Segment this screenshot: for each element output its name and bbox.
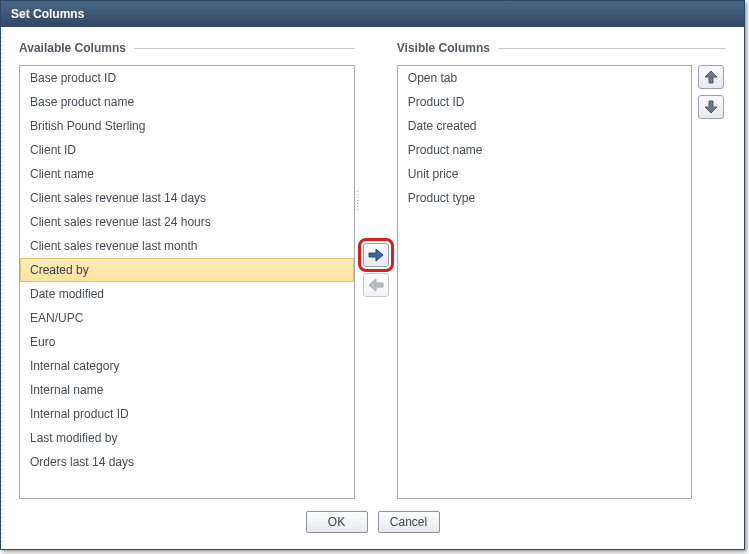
- list-item[interactable]: Date modified: [20, 282, 354, 306]
- list-item[interactable]: Product type: [398, 186, 691, 210]
- transfer-controls: [355, 41, 397, 499]
- list-item[interactable]: Open tab: [398, 66, 691, 90]
- list-item[interactable]: Internal product ID: [20, 402, 354, 426]
- arrow-right-icon: [368, 248, 384, 262]
- move-up-button[interactable]: [698, 65, 724, 89]
- divider: [498, 48, 726, 49]
- left-resize-handle[interactable]: [1, 29, 4, 545]
- set-columns-dialog: Set Columns Available Columns Base produ…: [0, 0, 745, 550]
- list-item[interactable]: Client name: [20, 162, 354, 186]
- ok-button[interactable]: OK: [306, 511, 368, 533]
- available-columns-section: Available Columns Base product IDBase pr…: [19, 41, 355, 499]
- dialog-titlebar: Set Columns: [1, 1, 744, 27]
- dialog-body: Available Columns Base product IDBase pr…: [1, 27, 744, 549]
- visible-columns-section: Visible Columns Open tabProduct IDDate c…: [397, 41, 726, 499]
- list-item[interactable]: Base product name: [20, 90, 354, 114]
- list-item[interactable]: Created by: [20, 258, 354, 282]
- add-column-button[interactable]: [363, 243, 389, 267]
- remove-column-button[interactable]: [363, 273, 389, 297]
- dialog-footer: OK Cancel: [19, 499, 726, 539]
- reorder-controls: [698, 65, 726, 499]
- move-down-button[interactable]: [698, 95, 724, 119]
- list-item[interactable]: Base product ID: [20, 66, 354, 90]
- list-item[interactable]: Orders last 14 days: [20, 450, 354, 474]
- list-item[interactable]: Last modified by: [20, 426, 354, 450]
- list-item[interactable]: Unit price: [398, 162, 691, 186]
- list-item[interactable]: Euro: [20, 330, 354, 354]
- list-item[interactable]: Client ID: [20, 138, 354, 162]
- list-item[interactable]: Date created: [398, 114, 691, 138]
- cancel-button[interactable]: Cancel: [378, 511, 440, 533]
- arrow-up-icon: [704, 70, 718, 84]
- divider: [134, 48, 355, 49]
- list-item[interactable]: British Pound Sterling: [20, 114, 354, 138]
- available-columns-legend: Available Columns: [19, 41, 126, 55]
- list-item[interactable]: Product ID: [398, 90, 691, 114]
- visible-columns-list[interactable]: Open tabProduct IDDate createdProduct na…: [398, 66, 691, 498]
- list-item[interactable]: Client sales revenue last month: [20, 234, 354, 258]
- visible-columns-legend: Visible Columns: [397, 41, 490, 55]
- splitter-handle[interactable]: [353, 190, 359, 212]
- list-item[interactable]: EAN/UPC: [20, 306, 354, 330]
- list-item[interactable]: Product name: [398, 138, 691, 162]
- list-item[interactable]: Internal category: [20, 354, 354, 378]
- list-item[interactable]: Client sales revenue last 24 hours: [20, 210, 354, 234]
- list-item[interactable]: Internal name: [20, 378, 354, 402]
- arrow-left-icon: [368, 278, 384, 292]
- dialog-title: Set Columns: [11, 7, 84, 21]
- available-columns-list[interactable]: Base product IDBase product nameBritish …: [20, 66, 354, 498]
- arrow-down-icon: [704, 100, 718, 114]
- list-item[interactable]: Client sales revenue last 14 days: [20, 186, 354, 210]
